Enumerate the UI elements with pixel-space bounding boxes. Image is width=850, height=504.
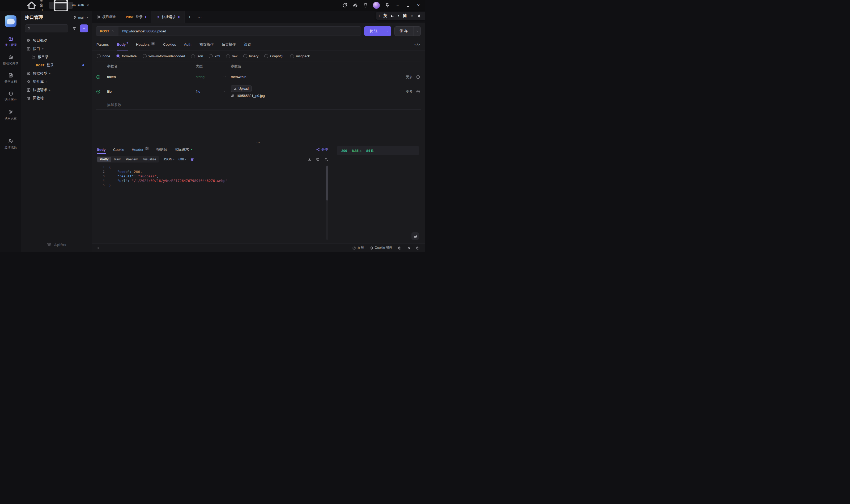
user-avatar[interactable] xyxy=(373,2,380,9)
tree-item-root-folder[interactable]: 根目录 xyxy=(25,53,88,61)
ime-language-indicator[interactable]: 英 xyxy=(383,13,387,18)
param-value[interactable]: meowrain xyxy=(231,75,391,79)
settings-button[interactable] xyxy=(352,2,358,8)
view-raw[interactable]: Raw xyxy=(111,157,123,162)
response-tab-cookie[interactable]: Cookie xyxy=(113,144,124,155)
tab-headers[interactable]: Headers9 xyxy=(136,39,155,50)
view-pretty[interactable]: Pretty xyxy=(97,157,111,162)
window-tab-im-auth[interactable]: im_auth ✕ xyxy=(49,2,73,9)
feedback-bug-icon[interactable] xyxy=(407,246,411,250)
rail-item-request-history[interactable]: 请求历史 xyxy=(4,91,17,102)
toggle-panel-button[interactable] xyxy=(411,232,419,240)
body-type-xml[interactable]: xml xyxy=(209,54,220,58)
emoji-picker-icon[interactable]: ☺ xyxy=(410,14,414,18)
rail-item-share-docs[interactable]: 分享文档 xyxy=(4,72,17,84)
collapse-sidebar-icon[interactable] xyxy=(97,246,101,250)
add-new-button[interactable]: + xyxy=(80,24,88,32)
param-type-select[interactable]: file xyxy=(196,89,231,93)
word-wrap-icon[interactable] xyxy=(190,158,194,161)
more-link[interactable]: 更多 xyxy=(406,89,413,94)
tree-item-project-overview[interactable]: 项目概览 xyxy=(25,36,88,44)
format-select[interactable]: JSON▾ xyxy=(163,158,175,161)
more-tabs-button[interactable]: ⋯ xyxy=(195,11,205,23)
doc-tab-project-overview[interactable]: 项目概览 xyxy=(92,11,121,23)
response-tab-actual-request[interactable]: 实际请求 xyxy=(175,144,192,155)
doc-tab-login[interactable]: POST 登录 xyxy=(121,11,152,23)
scrollbar-thumb[interactable] xyxy=(326,166,328,200)
pin-button[interactable] xyxy=(384,2,390,8)
view-preview[interactable]: Preview xyxy=(123,157,140,162)
tree-item-recycle-bin[interactable]: 回收站 xyxy=(25,94,88,102)
cookie-manager[interactable]: Cookie 管理 xyxy=(370,246,393,250)
send-button-label[interactable]: 发送 xyxy=(364,26,384,36)
search-icon[interactable] xyxy=(324,158,328,161)
tree-item-data-models[interactable]: 数据模型 ▸ xyxy=(25,69,88,77)
minimize-button[interactable]: – xyxy=(395,2,401,8)
send-button[interactable]: 发送 xyxy=(364,26,391,36)
online-status[interactable]: 在线 xyxy=(352,246,364,250)
ime-simplified-indicator[interactable]: 简 xyxy=(403,13,407,18)
response-tab-body[interactable]: Body xyxy=(97,144,106,155)
enabled-check-icon[interactable] xyxy=(96,89,101,94)
tree-item-login-endpoint[interactable]: POST 登录 xyxy=(25,61,88,69)
project-avatar[interactable] xyxy=(5,15,16,27)
response-tab-console[interactable]: 控制台 xyxy=(157,144,167,155)
enabled-check-icon[interactable] xyxy=(96,75,101,79)
save-button-label[interactable]: 保存 xyxy=(394,26,413,36)
pane-splitter-handle[interactable]: ⋯ xyxy=(92,141,425,144)
attached-file[interactable]: 109565821_p0.jpg xyxy=(231,94,391,98)
url-input[interactable] xyxy=(119,26,361,36)
scrollbar-track[interactable] xyxy=(326,165,328,240)
search-box[interactable] xyxy=(25,24,68,32)
ime-drag-handle-icon[interactable]: ‖ xyxy=(379,14,380,18)
tree-item-quick-request[interactable]: 快捷请求 ▸ xyxy=(25,86,88,94)
doc-tab-quick-request[interactable]: 快捷请求 xyxy=(152,11,184,23)
rail-item-invite-members[interactable]: 邀请成员 xyxy=(4,138,17,149)
tab-auth[interactable]: Auth xyxy=(184,39,192,50)
param-name[interactable]: token xyxy=(107,75,196,79)
add-param-row[interactable]: 添加参数 xyxy=(96,100,421,110)
refresh-button[interactable] xyxy=(342,2,348,8)
remove-row-icon[interactable] xyxy=(416,75,420,79)
share-button[interactable]: 分享 xyxy=(316,147,328,152)
method-select[interactable]: POST xyxy=(96,26,119,36)
param-name[interactable]: file xyxy=(107,89,196,93)
window-tab-close-icon[interactable]: ✕ xyxy=(87,4,89,7)
copy-icon[interactable] xyxy=(316,158,320,161)
send-options-button[interactable] xyxy=(384,26,391,36)
more-link[interactable]: 更多 xyxy=(406,75,413,79)
rail-item-project-settings[interactable]: 项目设置 xyxy=(4,109,17,120)
rail-item-automated-testing[interactable]: 自动化测试 xyxy=(3,54,18,65)
code-view-icon[interactable]: </> xyxy=(414,43,420,47)
tab-post-operations[interactable]: 后置操作 xyxy=(222,39,236,50)
body-type-json[interactable]: json xyxy=(191,54,203,58)
tree-item-api-group[interactable]: 接口 ▾ xyxy=(25,44,88,53)
close-button[interactable]: ✕ xyxy=(415,2,421,8)
body-type-graphql[interactable]: GraphQL xyxy=(264,54,284,58)
save-button[interactable]: 保存 xyxy=(394,26,421,36)
body-type-none[interactable]: none xyxy=(97,54,110,58)
tab-pre-operations[interactable]: 前置操作 xyxy=(199,39,214,50)
maximize-button[interactable] xyxy=(405,2,411,8)
search-input[interactable] xyxy=(32,26,66,31)
tab-cookies[interactable]: Cookies xyxy=(163,39,176,50)
tab-params[interactable]: Params xyxy=(96,39,109,50)
upgrade-icon[interactable] xyxy=(398,246,402,250)
download-icon[interactable] xyxy=(307,158,311,161)
save-options-button[interactable] xyxy=(413,26,421,36)
view-visualize[interactable]: Visualize xyxy=(140,157,159,162)
body-type-urlencoded[interactable]: x-www-form-urlencoded xyxy=(143,54,185,58)
filter-button[interactable] xyxy=(70,25,78,32)
body-type-form-data[interactable]: form-data xyxy=(116,54,137,58)
body-type-binary[interactable]: binary xyxy=(243,54,259,58)
dark-mode-moon-icon[interactable] xyxy=(390,14,394,18)
help-icon[interactable] xyxy=(416,246,420,250)
branch-selector[interactable]: main ▾ xyxy=(73,16,88,19)
response-tab-header[interactable]: Header3 xyxy=(132,144,149,155)
rail-item-api-management[interactable]: 接口管理 xyxy=(4,36,17,47)
ime-settings-gear-icon[interactable] xyxy=(417,14,421,18)
tab-settings[interactable]: 设置 xyxy=(244,39,251,50)
tab-body[interactable]: Body2 xyxy=(117,39,128,50)
tree-item-component-library[interactable]: 组件库 ▸ xyxy=(25,77,88,86)
sparkle-icon[interactable]: ✦ xyxy=(397,14,400,17)
